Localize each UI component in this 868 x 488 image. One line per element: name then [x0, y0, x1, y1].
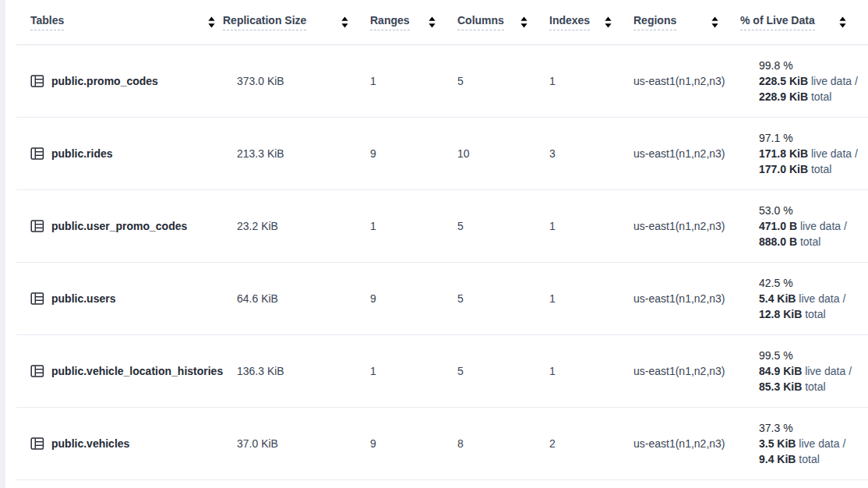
live-percent: 99.8 %	[759, 58, 868, 73]
live-size-line: 5.4 KiB live data /	[759, 291, 868, 306]
tables-table: Tables Replication Size Ranges Columns I…	[16, 0, 868, 480]
regions-cell: us-east1(n1,n2,n3)	[633, 292, 740, 306]
replication-size-cell: 373.0 KiB	[223, 74, 370, 88]
table-name-cell: public.promo_codes	[16, 74, 223, 88]
column-header-tables[interactable]: Tables	[16, 0, 223, 44]
table-name-link[interactable]: public.vehicles	[51, 437, 129, 451]
total-size-line: 12.8 KiB total	[759, 306, 868, 322]
column-header-replication-size[interactable]: Replication Size	[223, 0, 370, 44]
column-header-label: Ranges	[370, 14, 410, 30]
sort-arrows-icon[interactable]	[208, 16, 215, 28]
ranges-cell: 9	[370, 292, 457, 306]
sort-arrows-icon[interactable]	[711, 16, 718, 28]
table-grid-icon	[30, 437, 44, 451]
columns-cell: 5	[457, 292, 549, 306]
ranges-cell: 1	[370, 74, 457, 88]
replication-size-cell: 64.6 KiB	[223, 292, 370, 306]
live-data-cell: 97.1 % 171.8 KiB live data / 177.0 KiB t…	[740, 130, 868, 177]
replication-size-cell: 23.2 KiB	[223, 219, 370, 233]
table-row: public.vehicle_location_histories 136.3 …	[16, 335, 868, 408]
table-name-cell: public.vehicle_location_histories	[16, 364, 223, 378]
live-data-cell: 99.5 % 84.9 KiB live data / 85.3 KiB tot…	[740, 348, 868, 394]
column-header-label: % of Live Data	[740, 14, 815, 30]
table-grid-icon	[30, 292, 44, 306]
indexes-cell: 3	[549, 147, 633, 161]
table-name-cell: public.user_promo_codes	[16, 219, 223, 233]
table-row: public.vehicles 37.0 KiB 9 8 2 us-east1(…	[16, 408, 868, 480]
table-grid-icon	[30, 147, 44, 161]
columns-cell: 5	[457, 364, 549, 378]
table-grid-icon	[30, 219, 44, 233]
sort-arrows-icon[interactable]	[605, 16, 612, 28]
replication-size-cell: 136.3 KiB	[223, 364, 370, 378]
total-size-line: 177.0 KiB total	[759, 161, 868, 177]
column-header-label: Replication Size	[223, 14, 306, 30]
regions-cell: us-east1(n1,n2,n3)	[633, 147, 740, 161]
column-header-label: Columns	[457, 14, 504, 30]
live-data-cell: 53.0 % 471.0 B live data / 888.0 B total	[740, 203, 868, 249]
column-header-regions[interactable]: Regions	[633, 0, 740, 44]
columns-cell: 8	[457, 437, 549, 451]
sort-arrows-icon[interactable]	[839, 16, 846, 28]
live-percent: 53.0 %	[759, 203, 868, 218]
live-percent: 97.1 %	[759, 130, 868, 146]
regions-cell: us-east1(n1,n2,n3)	[633, 74, 740, 88]
table-name-link[interactable]: public.user_promo_codes	[51, 219, 187, 233]
column-header-ranges[interactable]: Ranges	[370, 0, 457, 44]
columns-cell: 5	[457, 74, 549, 88]
live-size-line: 471.0 B live data /	[759, 218, 868, 234]
indexes-cell: 1	[549, 74, 633, 88]
column-header-indexes[interactable]: Indexes	[549, 0, 633, 44]
table-row: public.rides 213.3 KiB 9 10 3 us-east1(n…	[16, 118, 868, 190]
table-name-cell: public.users	[16, 292, 223, 306]
live-data-cell: 37.3 % 3.5 KiB live data / 9.4 KiB total	[740, 420, 868, 467]
ranges-cell: 9	[370, 437, 457, 451]
column-header-label: Regions	[633, 14, 676, 30]
table-row: public.users 64.6 KiB 9 5 1 us-east1(n1,…	[16, 263, 868, 335]
page-left-rail	[0, 0, 5, 488]
total-size-line: 9.4 KiB total	[759, 451, 868, 467]
ranges-cell: 1	[370, 364, 457, 378]
indexes-cell: 2	[549, 437, 633, 451]
replication-size-cell: 37.0 KiB	[223, 437, 370, 451]
regions-cell: us-east1(n1,n2,n3)	[633, 364, 740, 378]
table-name-cell: public.rides	[16, 147, 223, 161]
live-percent: 42.5 %	[759, 275, 868, 291]
ranges-cell: 1	[370, 219, 457, 233]
sort-arrows-icon[interactable]	[520, 16, 528, 28]
table-name-link[interactable]: public.users	[51, 292, 115, 306]
indexes-cell: 1	[549, 219, 633, 233]
table-name-link[interactable]: public.rides	[51, 147, 113, 161]
live-data-cell: 42.5 % 5.4 KiB live data / 12.8 KiB tota…	[740, 275, 868, 322]
column-header-label: Tables	[30, 14, 64, 30]
table-grid-icon	[30, 74, 44, 88]
column-header-live-data[interactable]: % of Live Data	[740, 0, 868, 44]
sort-arrows-icon[interactable]	[341, 16, 348, 28]
regions-cell: us-east1(n1,n2,n3)	[633, 437, 740, 451]
table-row: public.user_promo_codes 23.2 KiB 1 5 1 u…	[16, 190, 868, 263]
indexes-cell: 1	[549, 292, 633, 306]
table-name-cell: public.vehicles	[16, 437, 223, 451]
live-size-line: 3.5 KiB live data /	[759, 436, 868, 451]
live-percent: 99.5 %	[759, 348, 868, 363]
regions-cell: us-east1(n1,n2,n3)	[633, 219, 740, 233]
indexes-cell: 1	[549, 364, 633, 378]
live-size-line: 84.9 KiB live data /	[759, 363, 868, 379]
columns-cell: 10	[457, 147, 549, 161]
total-size-line: 888.0 B total	[759, 234, 868, 249]
table-row: public.promo_codes 373.0 KiB 1 5 1 us-ea…	[16, 45, 868, 118]
column-header-label: Indexes	[549, 14, 590, 30]
sort-arrows-icon[interactable]	[429, 16, 436, 28]
live-data-cell: 99.8 % 228.5 KiB live data / 228.9 KiB t…	[740, 58, 868, 104]
total-size-line: 228.9 KiB total	[759, 89, 868, 104]
table-header-row: Tables Replication Size Ranges Columns I…	[16, 0, 868, 45]
replication-size-cell: 213.3 KiB	[223, 147, 370, 161]
column-header-columns[interactable]: Columns	[457, 0, 549, 44]
table-name-link[interactable]: public.vehicle_location_histories	[51, 364, 223, 378]
table-name-link[interactable]: public.promo_codes	[51, 74, 158, 88]
table-grid-icon	[30, 364, 44, 378]
columns-cell: 5	[457, 219, 549, 233]
live-size-line: 228.5 KiB live data /	[759, 73, 868, 89]
total-size-line: 85.3 KiB total	[759, 379, 868, 394]
live-size-line: 171.8 KiB live data /	[759, 146, 868, 161]
